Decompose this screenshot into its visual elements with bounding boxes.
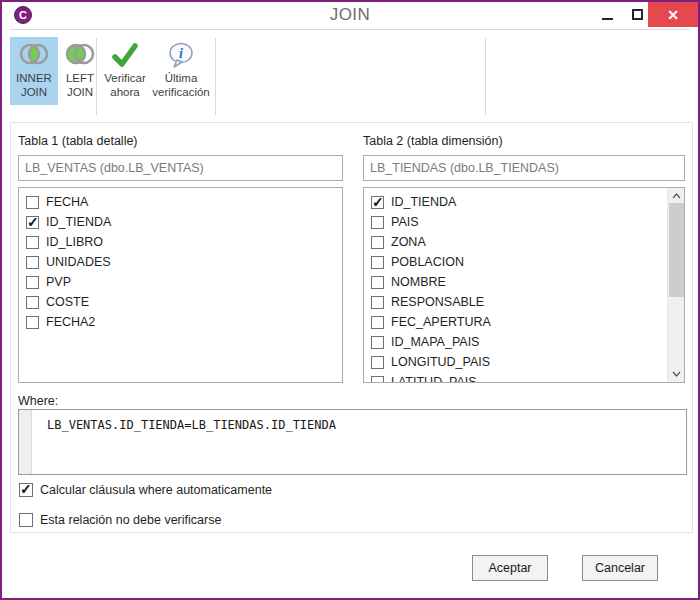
left-join-icon [62, 39, 98, 71]
field-row[interactable]: NOMBRE [364, 272, 668, 292]
field-row[interactable]: LONGITUD_PAIS [364, 352, 668, 372]
field-row[interactable]: RESPONSABLE [364, 292, 668, 312]
field-row[interactable]: PVP [19, 272, 342, 292]
field-checkbox[interactable] [26, 236, 39, 249]
left-join-button[interactable]: LEFT JOIN [60, 37, 100, 105]
field-checkbox[interactable] [371, 196, 384, 209]
field-checkbox[interactable] [26, 296, 39, 309]
field-row[interactable]: FECHA2 [19, 312, 342, 332]
field-row[interactable]: COSTE [19, 292, 342, 312]
field-row[interactable]: ID_MAPA_PAIS [364, 332, 668, 352]
titlebar: C JOIN ✕ [2, 2, 698, 28]
field-row[interactable]: LATITUD_PAIS [364, 372, 668, 383]
minimize-button[interactable] [592, 2, 622, 27]
field-checkbox[interactable] [371, 336, 384, 349]
field-label: POBLACION [391, 255, 464, 269]
field-label: FECHA [46, 195, 88, 209]
field-label: FEC_APERTURA [391, 315, 491, 329]
field-label: RESPONSABLE [391, 295, 484, 309]
table2-field-list[interactable]: ID_TIENDAPAISZONAPOBLACIONNOMBRERESPONSA… [363, 187, 685, 383]
field-label: ID_TIENDA [391, 195, 456, 209]
field-checkbox[interactable] [371, 276, 384, 289]
field-checkbox[interactable] [371, 256, 384, 269]
table2-scrollbar[interactable] [667, 188, 684, 382]
auto-where-checkbox[interactable] [19, 483, 33, 497]
close-button[interactable]: ✕ [648, 2, 698, 27]
field-label: COSTE [46, 295, 89, 309]
verify-now-label-line2: ahora [110, 85, 139, 99]
field-row[interactable]: ID_LIBRO [19, 232, 342, 252]
field-checkbox[interactable] [26, 196, 39, 209]
auto-where-label: Calcular cláusula where automaticamente [40, 483, 272, 497]
field-checkbox[interactable] [371, 236, 384, 249]
field-checkbox[interactable] [371, 376, 384, 384]
option-auto-where[interactable]: Calcular cláusula where automaticamente [19, 483, 272, 497]
field-row[interactable]: POBLACION [364, 252, 668, 272]
toolbar-top-divider [10, 29, 690, 30]
scroll-down-icon[interactable] [668, 366, 685, 382]
field-row[interactable]: FECHA [19, 192, 342, 212]
last-verification-button[interactable]: i Última verificación [148, 37, 214, 105]
inner-join-icon [16, 39, 52, 71]
maximize-icon [632, 9, 643, 20]
table1-name-field[interactable]: LB_VENTAS (dbo.LB_VENTAS) [18, 155, 343, 181]
field-row[interactable]: ZONA [364, 232, 668, 252]
field-checkbox[interactable] [371, 296, 384, 309]
field-label: NOMBRE [391, 275, 446, 289]
where-editor-gutter [19, 410, 32, 474]
field-label: ID_LIBRO [46, 235, 103, 249]
left-join-label-line2: JOIN [67, 85, 93, 99]
field-row[interactable]: ID_TIENDA [19, 212, 342, 232]
toolbar-separator-2 [215, 38, 216, 115]
field-label: PAIS [391, 215, 419, 229]
table2-rows: ID_TIENDAPAISZONAPOBLACIONNOMBRERESPONSA… [364, 192, 668, 383]
scrollbar-thumb[interactable] [669, 203, 684, 297]
toolbar: INNER JOIN LEFT JOIN Verificar aho [2, 29, 698, 122]
option-no-verify[interactable]: Esta relación no debe verificarse [19, 513, 221, 527]
check-icon [112, 39, 138, 71]
field-label: ID_MAPA_PAIS [391, 335, 479, 349]
field-checkbox[interactable] [371, 216, 384, 229]
field-label: FECHA2 [46, 315, 95, 329]
where-label: Where: [18, 394, 58, 408]
field-row[interactable]: ID_TIENDA [364, 192, 668, 212]
table1-label: Tabla 1 (tabla detalle) [18, 134, 138, 148]
no-verify-label: Esta relación no debe verificarse [40, 513, 221, 527]
minimize-icon [602, 18, 613, 20]
field-row[interactable]: UNIDADES [19, 252, 342, 272]
field-checkbox[interactable] [26, 316, 39, 329]
verify-now-label-line1: Verificar [104, 71, 146, 85]
last-verification-label-line2: verificación [152, 85, 210, 99]
table1-field-list[interactable]: FECHAID_TIENDAID_LIBROUNIDADESPVPCOSTEFE… [18, 187, 343, 383]
field-row[interactable]: FEC_APERTURA [364, 312, 668, 332]
field-checkbox[interactable] [371, 316, 384, 329]
toolbar-separator-1 [96, 38, 97, 115]
info-bubble-icon: i [168, 39, 194, 71]
field-row[interactable]: PAIS [364, 212, 668, 232]
inner-join-label-line1: INNER [16, 71, 52, 85]
field-label: PVP [46, 275, 71, 289]
field-label: LONGITUD_PAIS [391, 355, 490, 369]
cancel-button[interactable]: Cancelar [582, 555, 658, 581]
field-checkbox[interactable] [371, 356, 384, 369]
join-dialog-window: C JOIN ✕ INNER JOIN [0, 0, 700, 600]
where-editor[interactable]: LB_VENTAS.ID_TIENDA=LB_TIENDAS.ID_TIENDA [18, 409, 687, 475]
field-checkbox[interactable] [26, 216, 39, 229]
field-checkbox[interactable] [26, 256, 39, 269]
inner-join-label-line2: JOIN [21, 85, 47, 99]
scroll-up-icon[interactable] [668, 188, 685, 204]
last-verification-label-line1: Última [165, 71, 198, 85]
table2-name-field[interactable]: LB_TIENDAS (dbo.LB_TIENDAS) [363, 155, 685, 181]
accept-button[interactable]: Aceptar [472, 555, 548, 581]
toolbar-separator-3 [485, 38, 486, 115]
field-label: LATITUD_PAIS [391, 375, 477, 383]
no-verify-checkbox[interactable] [19, 513, 33, 527]
field-checkbox[interactable] [26, 276, 39, 289]
inner-join-button[interactable]: INNER JOIN [10, 37, 58, 105]
field-label: UNIDADES [46, 255, 111, 269]
verify-now-button[interactable]: Verificar ahora [101, 37, 149, 105]
field-label: ZONA [391, 235, 426, 249]
close-icon: ✕ [667, 7, 679, 23]
table1-rows: FECHAID_TIENDAID_LIBROUNIDADESPVPCOSTEFE… [19, 192, 342, 332]
where-clause-text: LB_VENTAS.ID_TIENDA=LB_TIENDAS.ID_TIENDA [47, 418, 336, 432]
